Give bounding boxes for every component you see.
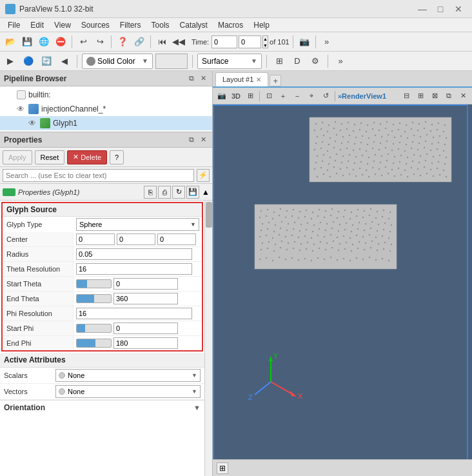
rv-btn-3d[interactable]: 3D bbox=[230, 90, 242, 103]
reset-button[interactable]: Reset bbox=[35, 150, 65, 164]
rv-btn-camera[interactable]: 📷 bbox=[215, 90, 228, 103]
search-icon[interactable]: ⚡ bbox=[197, 169, 210, 182]
save-button[interactable]: 💾 bbox=[19, 34, 35, 50]
menu-help[interactable]: Help bbox=[248, 19, 275, 31]
end-theta-slider[interactable] bbox=[76, 294, 112, 303]
prev-frame-button[interactable]: ◀◀ bbox=[171, 34, 186, 50]
apply-button[interactable]: Apply bbox=[3, 150, 32, 164]
rv-btn-max[interactable]: ⊠ bbox=[428, 90, 441, 103]
rv-btn-zoom-out[interactable]: − bbox=[291, 90, 304, 103]
menu-file[interactable]: File bbox=[3, 19, 25, 31]
redo-button[interactable]: ↪ bbox=[92, 34, 108, 50]
tree-item-injection[interactable]: 👁 injectionChannel_* bbox=[0, 102, 212, 116]
tab-close-icon[interactable]: ✕ bbox=[256, 76, 261, 83]
rv-btn-reset[interactable]: ⊡ bbox=[262, 90, 275, 103]
properties-float-btn[interactable]: ⧉ bbox=[186, 135, 197, 145]
phi-res-input[interactable] bbox=[76, 308, 192, 319]
start-phi-slider[interactable] bbox=[76, 324, 112, 333]
orientation-arrow[interactable]: ▼ bbox=[193, 404, 201, 412]
menu-macros[interactable]: Macros bbox=[213, 19, 248, 31]
frame-spinner[interactable]: ▲ ▼ bbox=[262, 35, 268, 48]
menu-sources[interactable]: Sources bbox=[76, 19, 115, 31]
rv-btn-split-v[interactable]: ⊞ bbox=[414, 90, 427, 103]
center-x[interactable] bbox=[76, 233, 115, 245]
toolbar2-extra[interactable]: » bbox=[333, 54, 348, 69]
render-canvas[interactable]: Y Z X ⊞ bbox=[213, 104, 472, 476]
scalars-dropdown[interactable]: None ▼ bbox=[55, 369, 201, 382]
toolbar-extra[interactable]: » bbox=[319, 34, 335, 50]
tb2-btn1[interactable]: ▶ bbox=[3, 54, 18, 69]
eye-icon-glyph1[interactable]: 👁 bbox=[27, 118, 37, 128]
frame-input[interactable] bbox=[239, 35, 261, 48]
start-theta-input[interactable] bbox=[113, 278, 178, 290]
color-dropdown[interactable]: Solid Color ▼ bbox=[82, 54, 153, 69]
properties-source-bar: Properties (Glyph1) ⎘ ⎙ ↻ 💾 ▲ bbox=[0, 184, 212, 201]
rv-btn-select[interactable]: ⌖ bbox=[305, 90, 318, 103]
frame-down[interactable]: ▼ bbox=[263, 43, 268, 49]
rv-btn-close[interactable]: ✕ bbox=[457, 90, 469, 103]
center-z[interactable] bbox=[157, 233, 196, 245]
eye-icon-injection[interactable]: 👁 bbox=[15, 104, 26, 114]
rv-btn-axis[interactable]: ⊞ bbox=[244, 90, 257, 103]
time-input[interactable] bbox=[211, 35, 237, 48]
source-btn-copy[interactable]: ⎘ bbox=[144, 186, 157, 199]
pipeline-float-btn[interactable]: ⧉ bbox=[186, 74, 197, 84]
view-controls[interactable]: ⊞ bbox=[271, 54, 287, 69]
glyph-type-dropdown[interactable]: Sphere ▼ bbox=[76, 218, 199, 231]
surface-dropdown[interactable]: Surface ▼ bbox=[197, 54, 262, 69]
source-btn-save[interactable]: 💾 bbox=[186, 186, 199, 199]
scrollbar-thumb[interactable] bbox=[206, 202, 212, 228]
tb2-btn4[interactable]: ◀ bbox=[57, 54, 72, 69]
properties-close-btn[interactable]: ✕ bbox=[198, 135, 208, 145]
first-frame-button[interactable]: ⏮ bbox=[154, 34, 170, 50]
disconnect-button[interactable]: ⛔ bbox=[53, 34, 68, 50]
end-phi-input[interactable] bbox=[113, 337, 178, 349]
close-button[interactable]: ✕ bbox=[450, 2, 467, 16]
maximize-button[interactable]: □ bbox=[432, 2, 449, 16]
status-icon[interactable]: ⊞ bbox=[217, 462, 228, 474]
start-theta-slider[interactable] bbox=[76, 279, 112, 288]
color-extra-dropdown[interactable] bbox=[155, 54, 188, 69]
tab-add-button[interactable]: + bbox=[270, 75, 281, 86]
source-btn-refresh[interactable]: ↻ bbox=[172, 186, 185, 199]
radius-input[interactable] bbox=[76, 248, 192, 260]
menu-edit[interactable]: Edit bbox=[25, 19, 49, 31]
pipeline-close-btn[interactable]: ✕ bbox=[198, 74, 208, 84]
props-scrollbar[interactable] bbox=[204, 201, 212, 476]
scrollbar-up[interactable]: ▲ bbox=[202, 188, 210, 197]
rv-btn-rotate[interactable]: ↺ bbox=[319, 90, 332, 103]
menu-tools[interactable]: Tools bbox=[146, 19, 175, 31]
menu-catalyst[interactable]: Catalyst bbox=[175, 19, 213, 31]
minimize-button[interactable]: — bbox=[414, 2, 431, 16]
rv-btn-float[interactable]: ⧉ bbox=[442, 90, 455, 103]
menu-filters[interactable]: Filters bbox=[115, 19, 146, 31]
rv-btn-zoom-in[interactable]: + bbox=[277, 90, 290, 103]
view-btn2[interactable]: D bbox=[290, 54, 305, 69]
vectors-dropdown[interactable]: None ▼ bbox=[55, 385, 201, 398]
source-btn-paste[interactable]: ⎙ bbox=[158, 186, 171, 199]
center-y[interactable] bbox=[117, 233, 155, 245]
start-phi-input[interactable] bbox=[113, 322, 178, 334]
menu-view[interactable]: View bbox=[49, 19, 76, 31]
tree-item-glyph1[interactable]: 👁 Glyph1 bbox=[0, 116, 212, 130]
end-theta-input[interactable] bbox=[113, 293, 178, 304]
tb2-btn2[interactable]: 🔵 bbox=[21, 54, 36, 69]
settings-button[interactable]: 🔗 bbox=[132, 34, 147, 50]
end-phi-slider[interactable] bbox=[76, 339, 112, 348]
rv-btn-split-h[interactable]: ⊟ bbox=[400, 90, 413, 103]
delete-button[interactable]: ✕ Delete bbox=[67, 150, 107, 164]
tb2-btn3[interactable]: 🔄 bbox=[39, 54, 54, 69]
connect-button[interactable]: 🌐 bbox=[36, 34, 52, 50]
open-button[interactable]: 📂 bbox=[3, 34, 18, 50]
view-btn3[interactable]: ⚙ bbox=[308, 54, 323, 69]
camera-button[interactable]: 📷 bbox=[297, 34, 312, 50]
undo-button[interactable]: ↩ bbox=[75, 34, 91, 50]
frame-up[interactable]: ▲ bbox=[263, 36, 268, 43]
theta-res-input[interactable] bbox=[76, 263, 192, 275]
tree-item-builtin[interactable]: builtin: bbox=[0, 88, 212, 102]
eye-icon-builtin[interactable] bbox=[4, 90, 14, 100]
properties-search-input[interactable] bbox=[3, 169, 194, 182]
help-button-props[interactable]: ? bbox=[110, 150, 124, 164]
tab-layout1[interactable]: Layout #1 ✕ bbox=[215, 72, 268, 86]
help-button[interactable]: ❓ bbox=[115, 34, 130, 50]
